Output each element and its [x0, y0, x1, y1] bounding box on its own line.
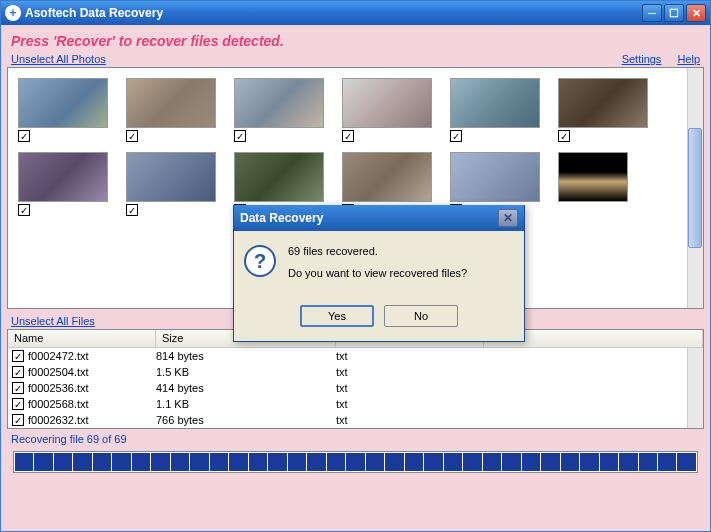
file-checkbox[interactable]: ✓	[12, 366, 24, 378]
question-icon: ?	[244, 245, 276, 277]
photo-thumbnail[interactable]	[234, 78, 324, 128]
dialog-body: ? 69 files recovered. Do you want to vie…	[234, 231, 524, 299]
status-text: Recovering file 69 of 69	[7, 429, 704, 449]
window-title: Asoftech Data Recovery	[25, 6, 642, 20]
photo-grid: ✓ ✓ ✓ ✓ ✓ ✓ ✓ ✓ ✓ ✓ ✓	[14, 74, 697, 220]
prompt-text: Press 'Recover' to recover files detecte…	[7, 31, 704, 51]
file-size: 1.5 KB	[156, 366, 336, 378]
photo-thumbnail[interactable]	[18, 78, 108, 128]
dialog-buttons: Yes No	[234, 299, 524, 341]
files-scrollbar[interactable]	[687, 348, 703, 428]
file-name: f0002536.txt	[28, 382, 156, 394]
scrollbar-thumb[interactable]	[688, 128, 702, 248]
file-checkbox[interactable]: ✓	[12, 398, 24, 410]
photo-checkbox[interactable]: ✓	[342, 130, 354, 142]
file-size: 814 bytes	[156, 350, 336, 362]
file-size: 1.1 KB	[156, 398, 336, 410]
photo-thumbnail[interactable]	[126, 152, 216, 202]
file-ext: txt	[336, 398, 484, 410]
file-size: 414 bytes	[156, 382, 336, 394]
file-row[interactable]: ✓f0002536.txt414 bytestxt	[8, 380, 703, 396]
app-icon: +	[5, 5, 21, 21]
file-name: f0002472.txt	[28, 350, 156, 362]
file-row[interactable]: ✓f0002632.txt766 bytestxt	[8, 412, 703, 428]
file-checkbox[interactable]: ✓	[12, 382, 24, 394]
dialog-line1: 69 files recovered.	[288, 245, 514, 257]
recovery-dialog: Data Recovery ✕ ? 69 files recovered. Do…	[233, 205, 525, 342]
photo-item[interactable]: ✓	[126, 78, 216, 142]
dialog-title: Data Recovery	[240, 211, 498, 225]
photo-scrollbar[interactable]	[687, 68, 703, 308]
help-link[interactable]: Help	[677, 53, 700, 65]
unselect-all-files-link[interactable]: Unselect All Files	[11, 315, 95, 327]
photo-thumbnail[interactable]	[342, 152, 432, 202]
titlebar-buttons: ─ ☐ ✕	[642, 4, 706, 22]
unselect-all-photos-link[interactable]: Unselect All Photos	[11, 53, 106, 65]
photo-thumbnail[interactable]	[342, 78, 432, 128]
file-ext: txt	[336, 366, 484, 378]
photo-checkbox[interactable]: ✓	[126, 204, 138, 216]
photo-checkbox[interactable]: ✓	[558, 130, 570, 142]
photo-item[interactable]: ✓	[126, 152, 216, 216]
photo-checkbox[interactable]: ✓	[126, 130, 138, 142]
photo-item[interactable]: ✓	[342, 78, 432, 142]
column-header-name[interactable]: Name	[8, 330, 156, 347]
photo-checkbox[interactable]: ✓	[450, 130, 462, 142]
file-name: f0002632.txt	[28, 414, 156, 426]
photo-thumbnail[interactable]	[558, 78, 648, 128]
file-name: f0002504.txt	[28, 366, 156, 378]
photo-thumbnail[interactable]	[450, 78, 540, 128]
file-ext: txt	[336, 414, 484, 426]
dialog-line2: Do you want to view recovered files?	[288, 267, 514, 279]
file-name: f0002568.txt	[28, 398, 156, 410]
files-panel: Name Size Extension ✓f0002472.txt814 byt…	[7, 329, 704, 429]
photo-checkbox[interactable]: ✓	[18, 204, 30, 216]
photo-checkbox[interactable]: ✓	[18, 130, 30, 142]
file-row[interactable]: ✓f0002472.txt814 bytestxt	[8, 348, 703, 364]
dialog-close-button[interactable]: ✕	[498, 209, 518, 227]
photo-thumbnail[interactable]	[126, 78, 216, 128]
photo-thumbnail[interactable]	[234, 152, 324, 202]
settings-link[interactable]: Settings	[622, 53, 662, 65]
yes-button[interactable]: Yes	[300, 305, 374, 327]
no-button[interactable]: No	[384, 305, 458, 327]
titlebar[interactable]: + Asoftech Data Recovery ─ ☐ ✕	[1, 1, 710, 25]
close-button[interactable]: ✕	[686, 4, 706, 22]
photo-item[interactable]: ✓	[18, 78, 108, 142]
minimize-button[interactable]: ─	[642, 4, 662, 22]
photo-thumbnail[interactable]	[450, 152, 540, 202]
file-ext: txt	[336, 350, 484, 362]
photo-checkbox[interactable]: ✓	[234, 130, 246, 142]
photo-item[interactable]: ✓	[558, 78, 648, 142]
file-row[interactable]: ✓f0002568.txt1.1 KBtxt	[8, 396, 703, 412]
photo-item[interactable]: ✓	[18, 152, 108, 216]
top-link-row: Unselect All Photos Settings Help	[7, 51, 704, 67]
photo-item[interactable]: ✓	[450, 78, 540, 142]
file-row[interactable]: ✓f0002504.txt1.5 KBtxt	[8, 364, 703, 380]
file-checkbox[interactable]: ✓	[12, 350, 24, 362]
dialog-message: 69 files recovered. Do you want to view …	[288, 245, 514, 289]
photo-item[interactable]: ✓	[234, 78, 324, 142]
photo-thumbnail[interactable]	[18, 152, 108, 202]
file-size: 766 bytes	[156, 414, 336, 426]
file-checkbox[interactable]: ✓	[12, 414, 24, 426]
photo-item[interactable]	[558, 152, 648, 216]
photo-thumbnail[interactable]	[558, 152, 628, 202]
progress-bar	[13, 451, 698, 473]
dialog-titlebar[interactable]: Data Recovery ✕	[234, 205, 524, 231]
maximize-button[interactable]: ☐	[664, 4, 684, 22]
file-ext: txt	[336, 382, 484, 394]
